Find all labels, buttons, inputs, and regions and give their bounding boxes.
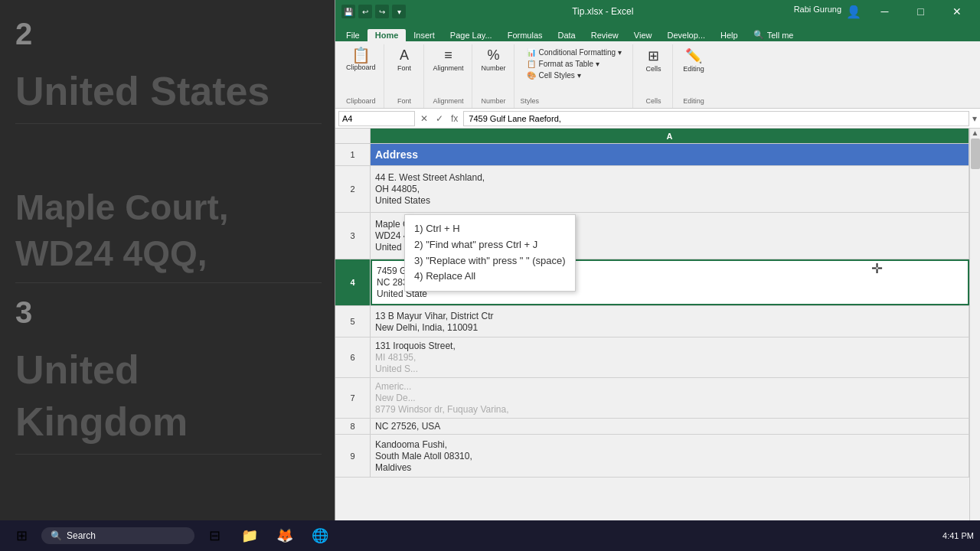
tab-view[interactable]: View xyxy=(626,29,660,41)
cell-a1[interactable]: Address xyxy=(371,144,969,165)
taskbar-search[interactable]: 🔍 Search xyxy=(41,527,194,544)
cell-a7-line2: New De... xyxy=(375,393,416,403)
undo-icon[interactable]: ↩ xyxy=(358,5,372,18)
font-label: Font xyxy=(397,97,411,106)
ribbon-group-alignment: ≡ Alignment Alignment xyxy=(426,44,472,108)
user-info: Rabi Gurung 👤 xyxy=(794,5,861,19)
cell-styles-button[interactable]: 🎨 Cell Styles ▾ xyxy=(524,70,625,80)
ribbon-content: 📋 Clipboard Clipboard A Font Font ≡ Alig… xyxy=(335,41,980,109)
styles-section: 📊 Conditional Formatting ▾ 📋 Format as T… xyxy=(521,46,628,82)
row-num-2: 2 xyxy=(335,166,371,212)
tab-developer[interactable]: Develop... xyxy=(659,29,713,41)
maximize-button[interactable]: □ xyxy=(903,0,938,23)
format-as-table-button[interactable]: 📋 Format as Table ▾ xyxy=(524,59,625,69)
tab-formulas[interactable]: Formulas xyxy=(500,29,550,41)
alignment-button[interactable]: ≡ Alignment xyxy=(430,46,467,73)
grid-row-1: 1 Address xyxy=(335,144,969,166)
chrome-button[interactable]: 🌐 xyxy=(305,523,335,549)
tab-file[interactable]: File xyxy=(338,29,368,41)
cell-a6-line3: United S... xyxy=(375,364,418,374)
alignment-label: Alignment xyxy=(433,97,464,106)
save-icon[interactable]: 💾 xyxy=(341,5,355,18)
minimize-button[interactable]: ─ xyxy=(867,0,902,23)
scroll-thumb[interactable] xyxy=(971,139,980,169)
tab-review[interactable]: Review xyxy=(583,29,626,41)
tab-help[interactable]: Help xyxy=(713,29,746,41)
clipboard-label: Clipboard xyxy=(346,97,376,106)
row-num-3: 3 xyxy=(335,213,371,259)
tab-data[interactable]: Data xyxy=(550,29,583,41)
tab-tellme[interactable]: 🔍 Tell me xyxy=(746,28,802,41)
close-button[interactable]: ✕ xyxy=(939,0,974,23)
cell-a6-line1: 131 Iroquois Street, xyxy=(375,341,456,351)
ribbon-group-clipboard: 📋 Clipboard Clipboard xyxy=(338,44,384,108)
name-box[interactable] xyxy=(338,111,415,126)
ribbon-group-editing: ✏️ Editing Editing xyxy=(675,44,713,108)
cell-a7[interactable]: Americ... New De... 8779 Windsor dr, Fuq… xyxy=(371,378,969,418)
number-button[interactable]: % Number xyxy=(479,46,509,73)
conditional-formatting-button[interactable]: 📊 Conditional Formatting ▾ xyxy=(524,47,625,57)
bg-row-3: 3 United Kingdom xyxy=(15,286,322,455)
paste-button[interactable]: 📋 Clipboard xyxy=(343,46,379,97)
windows-icon: ⊞ xyxy=(16,527,28,544)
cell-a8[interactable]: NC 27526, USA xyxy=(371,419,969,434)
cell-a5-line1: 13 B Mayur Vihar, District Ctr xyxy=(375,311,494,321)
grid-row-5: 5 13 B Mayur Vihar, District Ctr New Del… xyxy=(335,306,969,337)
cell-a9-line1: Kandooma Fushi, xyxy=(375,439,447,450)
redo-icon[interactable]: ↪ xyxy=(375,5,389,18)
cancel-formula-button[interactable]: ✕ xyxy=(418,113,430,124)
tab-insert[interactable]: Insert xyxy=(406,29,443,41)
cell-a7-line1: Americ... xyxy=(375,381,411,392)
cell-a2-line1: 44 E. West Street Ashland, xyxy=(375,172,485,183)
scroll-up-button[interactable]: ▲ xyxy=(970,129,980,137)
file-explorer-button[interactable]: 📁 xyxy=(234,523,265,549)
formula-expand-button[interactable]: ▾ xyxy=(972,113,977,124)
cell-a6[interactable]: 131 Iroquois Street, MI 48195, United S.… xyxy=(371,337,969,377)
instruction-box: 1) Ctrl + H 2) "Find what" press Ctrl + … xyxy=(404,214,576,292)
cell-a6-line2: MI 48195, xyxy=(375,352,416,363)
windows-taskbar: ⊞ 🔍 Search ⊟ 📁 🦊 🌐 4:41 PM xyxy=(0,520,980,551)
col-header-a[interactable]: A xyxy=(371,129,969,143)
vertical-scrollbar[interactable]: ▲ ▼ xyxy=(969,129,980,533)
task-view-button[interactable]: ⊟ xyxy=(199,523,230,549)
cell-a9-line3: Maldives xyxy=(375,462,411,473)
formula-input[interactable] xyxy=(463,111,969,126)
cell-a9-line2: South Male Atoll 08310, xyxy=(375,451,472,461)
title-bar: 💾 ↩ ↪ ▾ Tip.xlsx - Excel Rabi Gurung 👤 ─… xyxy=(335,0,980,23)
cells-label: Cells xyxy=(645,97,661,106)
ribbon-group-cells: ⊞ Cells Cells xyxy=(635,44,673,108)
background-text: 2 United States Maple Court,WD24 4QQ, 3 … xyxy=(0,0,337,551)
editing-label: Editing xyxy=(683,97,704,106)
styles-label: Styles xyxy=(521,97,540,106)
task-view-icon: ⊟ xyxy=(209,527,220,544)
cell-a2-line2: OH 44805, xyxy=(375,184,420,194)
file-explorer-icon: 📁 xyxy=(241,527,258,544)
cells-button[interactable]: ⊞ Cells xyxy=(642,46,664,74)
bg-row-3a: Maple Court,WD24 4QQ, xyxy=(15,127,322,283)
user-name: Rabi Gurung xyxy=(794,5,841,19)
instruction-line-3: 3) "Replace with" press " " (space) xyxy=(414,253,566,269)
firefox-button[interactable]: 🦊 xyxy=(270,523,300,549)
row-num-8: 8 xyxy=(335,419,371,434)
fx-button[interactable]: fx xyxy=(449,113,460,124)
taskbar-search-label: Search xyxy=(67,530,96,541)
cell-a5[interactable]: 13 B Mayur Vihar, District Ctr New Delhi… xyxy=(371,306,969,337)
chrome-icon: 🌐 xyxy=(312,527,328,544)
taskbar-time: 4:41 PM xyxy=(942,531,974,540)
tab-home[interactable]: Home xyxy=(368,29,407,41)
cell-a2[interactable]: 44 E. West Street Ashland, OH 44805, Uni… xyxy=(371,166,969,212)
ribbon-tabs: File Home Insert Page Lay... Formulas Da… xyxy=(335,23,980,41)
editing-button[interactable]: ✏️ Editing xyxy=(680,46,707,74)
bg-row-2: 2 United States xyxy=(15,8,322,124)
tab-pagelayout[interactable]: Page Lay... xyxy=(443,29,500,41)
cell-a9[interactable]: Kandooma Fushi, South Male Atoll 08310, … xyxy=(371,435,969,477)
excel-window: 💾 ↩ ↪ ▾ Tip.xlsx - Excel Rabi Gurung 👤 ─… xyxy=(335,0,980,551)
number-label: Number xyxy=(482,97,506,106)
confirm-formula-button[interactable]: ✓ xyxy=(433,113,446,124)
ribbon-group-number: % Number Number xyxy=(474,44,514,108)
corner-cell xyxy=(335,129,371,143)
font-button[interactable]: A Font xyxy=(394,46,414,73)
start-button[interactable]: ⊞ xyxy=(6,523,37,549)
row-num-6: 6 xyxy=(335,337,371,377)
dropdown-icon[interactable]: ▾ xyxy=(392,5,406,18)
